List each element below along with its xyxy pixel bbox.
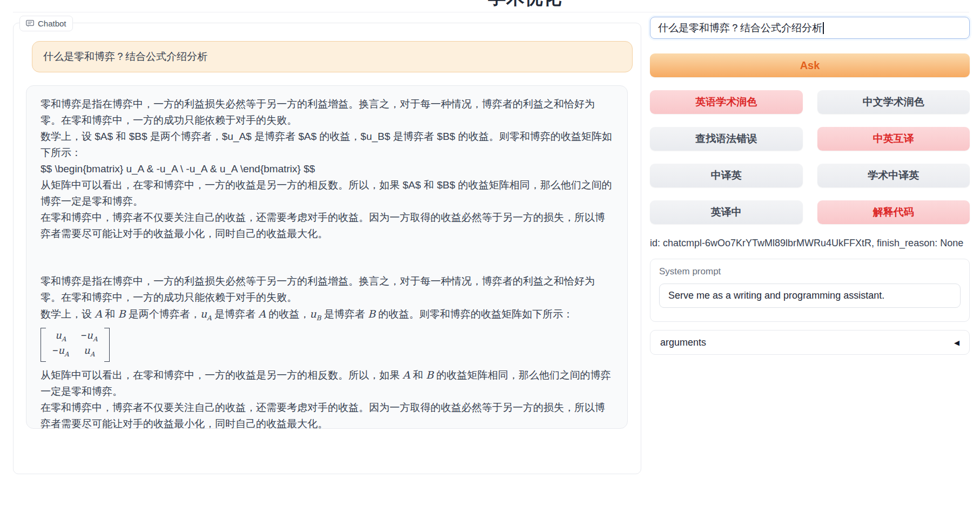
bot-rendered-paragraph: 在零和博弈中，博弈者不仅要关注自己的收益，还需要考虑对手的收益。因为一方取得的收…: [41, 400, 613, 429]
chatbot-label: Chatbot: [38, 19, 66, 28]
matrix-cell: uA: [84, 345, 95, 360]
function-button[interactable]: 中英互译: [817, 127, 970, 151]
chat-bubble-icon: [26, 20, 34, 27]
matrix-cell: −uA: [81, 329, 98, 345]
bot-rendered-paragraph: 零和博弈是指在博弈中，一方的利益损失必然等于另一方的利益增益。换言之，对于每一种…: [41, 273, 613, 306]
matrix-cell: uA: [55, 329, 66, 345]
bot-raw-paragraph: 在零和博弈中，博弈者不仅要关注自己的收益，还需要考虑对手的收益。因为一方取得的收…: [41, 210, 613, 242]
chatbot-panel: Chatbot 什么是零和博弈？结合公式介绍分析 零和博弈是指在博弈中，一方的利…: [13, 23, 641, 474]
function-button[interactable]: 查找语法错误: [650, 127, 803, 151]
system-prompt-group: System prompt Serve me as a writing and …: [650, 259, 970, 322]
bot-raw-paragraph: 数学上，设 $A$ 和 $B$ 是两个博弈者，$u_A$ 是博弈者 $A$ 的收…: [41, 129, 613, 161]
matrix-left-bracket: [41, 328, 46, 362]
control-column: 什么是零和博弈？结合公式介绍分析 Ask 英语学术润色中文学术润色查找语法错误中…: [650, 0, 970, 519]
accordion-collapse-icon: ◀: [954, 339, 959, 347]
function-button-grid: 英语学术润色中文学术润色查找语法错误中英互译中译英学术中译英英译中解释代码: [650, 90, 970, 224]
paragraph-gap: [41, 242, 613, 273]
bot-rendered-paragraph: 从矩阵中可以看出，在零和博弈中，一方的收益是另一方的相反数。所以，如果 A 和 …: [41, 367, 613, 400]
payoff-matrix: uA −uA −uA uA: [41, 326, 613, 367]
arguments-accordion-label: arguments: [660, 337, 706, 348]
question-input-value: 什么是零和博弈？结合公式介绍分析: [658, 21, 822, 35]
bot-rendered-paragraph: 数学上，设 A 和 B 是两个博弈者，uA 是博弈者 A 的收益，uB 是博弈者…: [41, 306, 613, 326]
user-message-text: 什么是零和博弈？结合公式介绍分析: [43, 50, 207, 64]
app-screen: 学术优化 Chatbot 什么是零和博弈？结合公式介绍分析 零和博弈是指在博弈中…: [0, 0, 980, 519]
function-button[interactable]: 学术中译英: [817, 164, 970, 187]
status-text: id: chatcmpl-6wOo7KrYTwMl89lbrMWRu4UkFFX…: [650, 238, 970, 249]
chatbot-label-tab: Chatbot: [19, 16, 73, 31]
question-input[interactable]: 什么是零和博弈？结合公式介绍分析: [650, 17, 970, 39]
bot-raw-paragraph: 从矩阵中可以看出，在零和博弈中，一方的收益是另一方的相反数。所以，如果 $A$ …: [41, 177, 613, 210]
bot-raw-paragraph: 零和博弈是指在博弈中，一方的利益损失必然等于另一方的利益增益。换言之，对于每一种…: [41, 96, 613, 129]
system-prompt-label: System prompt: [659, 266, 961, 277]
matrix-right-bracket: [104, 328, 110, 362]
function-button[interactable]: 中译英: [650, 164, 803, 187]
page-title: 学术优化: [488, 0, 561, 10]
ask-button[interactable]: Ask: [650, 53, 970, 77]
system-prompt-value: Serve me as a writing and programming as…: [668, 290, 884, 301]
matrix-cell: −uA: [52, 345, 69, 360]
function-button[interactable]: 解释代码: [817, 200, 970, 224]
function-button[interactable]: 英译中: [650, 200, 803, 224]
user-message-bubble: 什么是零和博弈？结合公式介绍分析: [32, 41, 633, 72]
system-prompt-input[interactable]: Serve me as a writing and programming as…: [659, 284, 961, 308]
ask-button-label: Ask: [800, 59, 820, 72]
function-button[interactable]: 英语学术润色: [650, 90, 803, 114]
text-cursor: [823, 22, 824, 34]
bot-raw-latex-line: $$ \begin{bmatrix} u_A & -u_A \ -u_A & u…: [41, 161, 613, 177]
arguments-accordion[interactable]: arguments ◀: [650, 330, 970, 355]
function-button[interactable]: 中文学术润色: [817, 90, 970, 114]
bot-message-bubble: 零和博弈是指在博弈中，一方的利益损失必然等于另一方的利益增益。换言之，对于每一种…: [26, 85, 628, 429]
